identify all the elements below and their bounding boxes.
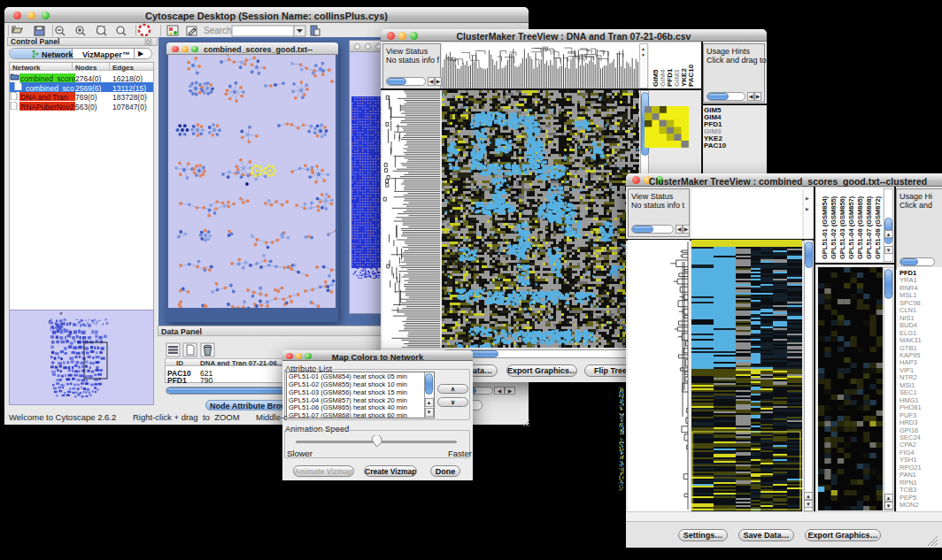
svg-text:Search:: Search: <box>204 26 234 35</box>
